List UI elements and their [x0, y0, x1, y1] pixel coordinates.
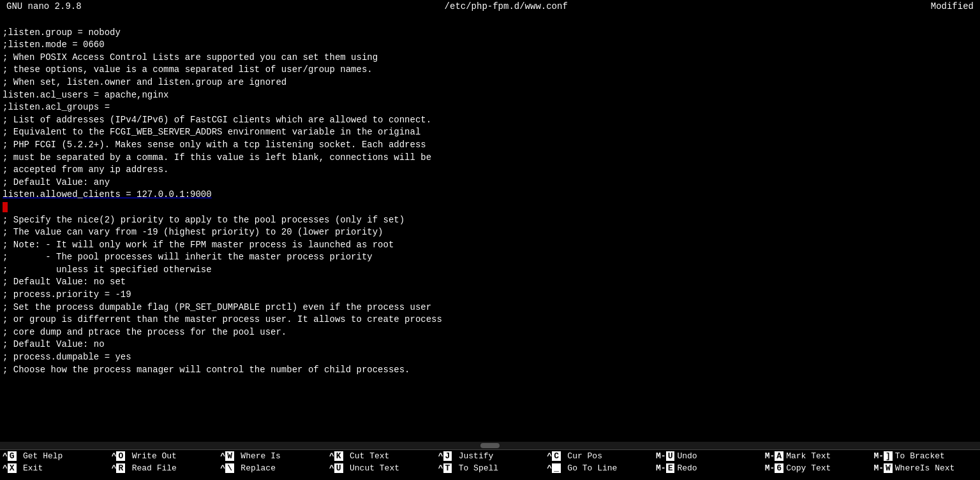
shortcut-key: ^\ [220, 463, 238, 473]
shortcut-item[interactable]: ^CCur Pos [544, 450, 653, 462]
editor-line: ;listen.mode = 0660 [3, 39, 977, 52]
editor-line: ; or group is differrent than the master… [3, 314, 977, 326]
editor-line: ; must be separated by a comma. If this … [3, 152, 977, 164]
editor-line: ; process.priority = -19 [3, 289, 977, 302]
shortcut-item[interactable]: ^GGet Help [0, 450, 109, 462]
title-bar: GNU nano 2.9.8 /etc/php-fpm.d/www.conf M… [0, 0, 980, 13]
shortcut-item[interactable]: ^XExit [0, 462, 109, 474]
editor-line: ;listen.group = nobody [3, 27, 977, 40]
shortcut-key: ^K [329, 451, 347, 461]
scroll-thumb[interactable] [480, 443, 500, 448]
editor-line: ; Set the process dumpable flag (PR_SET_… [3, 302, 977, 314]
editor-line: ; unless it specified otherwise [3, 264, 977, 277]
editor-line: ; process.dumpable = yes [3, 351, 977, 364]
shortcut-row-1: ^GGet Help^OWrite Out^WWhere Is^KCut Tex… [0, 450, 980, 462]
editor-line: ; - The pool processes will inherit the … [3, 251, 977, 264]
shortcut-item[interactable]: M-AMark Text [762, 450, 872, 462]
shortcut-key: ^R [112, 463, 130, 473]
shortcut-key: ^X [3, 463, 20, 473]
shortcut-item[interactable]: ^JJustify [436, 450, 545, 462]
shortcut-label: Copy Text [786, 463, 831, 473]
shortcut-key: M-A [765, 451, 783, 461]
shortcut-key: ^U [329, 463, 347, 473]
shortcut-label: Mark Text [786, 451, 831, 461]
editor-line: listen.acl_users = apache,nginx [3, 89, 977, 102]
shortcut-bar: ^GGet Help^OWrite Out^WWhere Is^KCut Tex… [0, 449, 980, 474]
editor-line: listen.allowed_clients = 127.0.0.1:9000 [3, 189, 977, 201]
shortcut-item[interactable]: ^UUncut Text [327, 462, 436, 474]
shortcut-item[interactable]: M-]To Bracket [871, 450, 980, 462]
shortcut-key: M-E [656, 463, 674, 473]
shortcut-key: ^W [220, 451, 238, 461]
shortcut-item[interactable]: ^\Replace [218, 462, 327, 474]
shortcut-label: Replace [241, 463, 276, 473]
editor-line: ; When set, listen.owner and listen.grou… [3, 76, 977, 89]
editor-line: ; List of addresses (IPv4/IPv6) of FastC… [3, 114, 977, 127]
shortcut-row-2: ^XExit^RRead File^\Replace^UUncut Text^T… [0, 462, 980, 474]
shortcut-key: ^G [3, 451, 20, 461]
shortcut-key: M-U [656, 451, 674, 461]
shortcut-key: ^T [438, 463, 456, 473]
editor-line: ; Default Value: no set [3, 276, 977, 289]
shortcut-label: Justify [459, 451, 494, 461]
editor-line [3, 201, 977, 214]
shortcut-label: To Spell [459, 463, 498, 473]
editor-line: ; Default Value: no [3, 338, 977, 351]
editor-line: ; When POSIX Access Control Lists are su… [3, 52, 977, 64]
editor-area[interactable]: ;listen.group = nobody;listen.mode = 066… [0, 13, 980, 442]
shortcut-item[interactable]: ^KCut Text [327, 450, 436, 462]
shortcut-label: Redo [677, 463, 697, 473]
shortcut-label: Where Is [241, 451, 280, 461]
shortcut-label: Go To Line [567, 463, 617, 473]
shortcut-key: ^J [438, 451, 456, 461]
shortcut-label: Cut Text [350, 451, 389, 461]
shortcut-label: Read File [132, 463, 177, 473]
shortcut-key: ^O [112, 451, 130, 461]
shortcut-key: M-] [873, 451, 892, 461]
shortcut-key: ^C [547, 451, 565, 461]
editor-line: ; core dump and ptrace the process for t… [3, 326, 977, 339]
shortcut-item[interactable]: ^TTo Spell [436, 462, 545, 474]
shortcut-item[interactable]: ^_Go To Line [544, 462, 653, 474]
editor-line: ; these options, value is a comma separa… [3, 64, 977, 76]
shortcut-key: M-6 [765, 463, 783, 473]
modified-status: Modified [931, 1, 974, 11]
shortcut-label: WhereIs Next [895, 463, 955, 473]
shortcut-item[interactable]: M-UUndo [653, 450, 762, 462]
shortcut-label: Cur Pos [567, 451, 602, 461]
shortcut-key: ^_ [547, 463, 565, 473]
shortcut-key: M-W [873, 463, 892, 473]
scroll-bar[interactable] [0, 442, 980, 449]
text-cursor [3, 202, 8, 212]
shortcut-item[interactable]: M-WWhereIs Next [871, 462, 980, 474]
editor-line: ; Specify the nice(2) priority to apply … [3, 214, 977, 227]
shortcut-label: Undo [677, 451, 697, 461]
editor-line: ;listen.acl_groups = [3, 101, 977, 114]
editor-line: ; Note: - It will only work if the FPM m… [3, 239, 977, 252]
shortcut-label: Uncut Text [350, 463, 399, 473]
editor-line: ; PHP FCGI (5.2.2+). Makes sense only wi… [3, 139, 977, 152]
shortcut-item[interactable]: ^RRead File [109, 462, 218, 474]
file-path: /etc/php-fpm.d/www.conf [445, 1, 568, 11]
editor-line: ; Equivalent to the FCGI_WEB_SERVER_ADDR… [3, 126, 977, 139]
editor-line: ; Default Value: any [3, 177, 977, 189]
app-name: GNU nano 2.9.8 [6, 1, 82, 11]
shortcut-item[interactable]: M-ERedo [653, 462, 762, 474]
shortcut-label: To Bracket [895, 451, 945, 461]
shortcut-label: Get Help [23, 451, 63, 461]
shortcut-label: Exit [23, 463, 43, 473]
editor-line: ; Choose how the process manager will co… [3, 364, 977, 377]
editor-line: ; accepted from any ip address. [3, 164, 977, 177]
shortcut-label: Write Out [132, 451, 177, 461]
shortcut-item[interactable]: ^WWhere Is [218, 450, 327, 462]
shortcut-item[interactable]: ^OWrite Out [109, 450, 218, 462]
editor-line: ; The value can vary from -19 (highest p… [3, 226, 977, 239]
shortcut-item[interactable]: M-6Copy Text [762, 462, 872, 474]
